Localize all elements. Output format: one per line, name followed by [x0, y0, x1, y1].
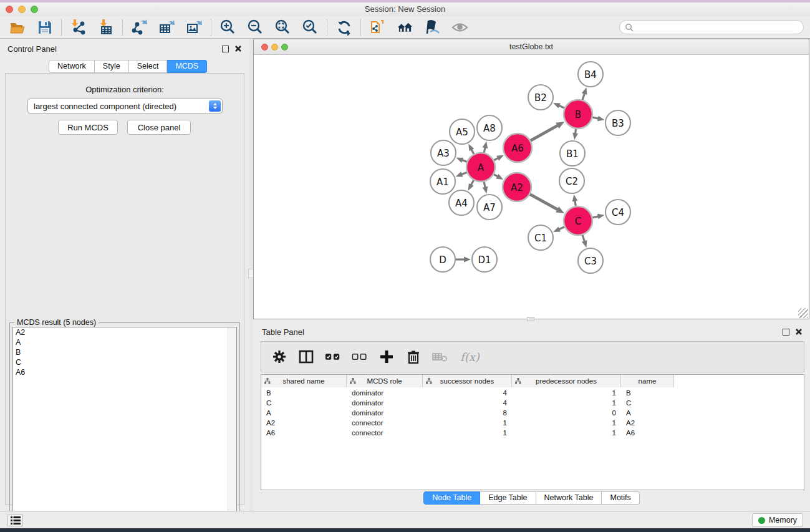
close-table-panel-icon[interactable] — [795, 328, 803, 336]
show-columns-icon[interactable] — [298, 349, 314, 365]
edge-A2-C[interactable] — [528, 193, 558, 210]
unselect-all-columns-icon[interactable] — [352, 349, 368, 365]
table-cell[interactable]: A — [261, 408, 347, 418]
table-cell[interactable]: A6 — [621, 428, 674, 438]
table-row[interactable]: Cdominator41C — [261, 398, 804, 408]
add-column-icon[interactable] — [378, 349, 395, 365]
zoom-in-icon[interactable] — [219, 19, 236, 36]
refresh-layout-icon[interactable] — [335, 19, 352, 36]
table-cell[interactable]: 4 — [423, 398, 512, 408]
minimize-network-button[interactable] — [271, 44, 278, 51]
table-panel: Table Panel f(x) shared nameMCDS r — [253, 322, 810, 511]
table-cell[interactable]: C — [621, 398, 674, 408]
save-session-icon[interactable] — [36, 19, 53, 36]
memory-button[interactable]: Memory — [752, 513, 803, 527]
edge-A6-B[interactable] — [529, 125, 558, 142]
close-panel-button[interactable]: Close panel — [127, 120, 191, 135]
import-table-icon[interactable] — [97, 19, 114, 36]
result-list-item[interactable]: A6 — [13, 367, 236, 377]
memory-label: Memory — [769, 516, 797, 525]
zoom-fit-icon[interactable] — [274, 19, 291, 36]
table-cell[interactable]: 1 — [512, 418, 621, 428]
result-list-item[interactable]: A2 — [13, 327, 236, 337]
search-input[interactable] — [619, 20, 804, 34]
table-cell[interactable]: 1 — [423, 418, 512, 428]
table-cell[interactable]: dominator — [347, 398, 423, 408]
result-list-item[interactable]: B — [13, 347, 236, 357]
arrowhead-icon — [597, 214, 605, 220]
float-table-panel-icon[interactable] — [783, 329, 789, 336]
tab-mcds[interactable]: MCDS — [167, 60, 207, 73]
table-cell[interactable]: dominator — [347, 408, 423, 418]
close-panel-icon[interactable] — [234, 45, 242, 52]
run-mcds-button[interactable]: Run MCDS — [58, 120, 118, 135]
import-network-icon[interactable] — [70, 19, 87, 36]
tab-network-table[interactable]: Network Table — [536, 491, 602, 505]
result-list-item[interactable]: A — [13, 337, 236, 347]
column-header-name[interactable]: name — [621, 375, 674, 387]
open-file-icon[interactable] — [9, 19, 26, 36]
task-history-button[interactable] — [7, 515, 23, 526]
network-graph-canvas[interactable]: B4B2BB3A5A8A6B1A3AC2A1A2A4A7CC4C1C3DD1 — [254, 55, 809, 319]
table-row[interactable]: Adominator80A — [261, 408, 804, 418]
criterion-dropdown[interactable]: largest connected component (directed) — [27, 99, 223, 114]
table-cell[interactable]: 1 — [512, 428, 621, 438]
column-header-predecessor-nodes[interactable]: predecessor nodes — [512, 375, 621, 387]
table-cell[interactable]: 1 — [512, 388, 621, 398]
table-cell[interactable]: connector — [347, 428, 423, 438]
window-resize-grip[interactable] — [798, 308, 808, 318]
table-cell[interactable]: A2 — [621, 418, 674, 428]
table-row[interactable]: A6connector11A6 — [261, 428, 804, 438]
table-cell[interactable]: 1 — [512, 398, 621, 408]
search-icon — [625, 23, 634, 32]
table-cell[interactable]: dominator — [347, 388, 423, 398]
result-list-item[interactable]: C — [13, 357, 236, 367]
select-all-columns-icon[interactable] — [325, 349, 341, 365]
table-cell[interactable]: connector — [347, 418, 423, 428]
arrowhead-icon — [582, 87, 587, 95]
tab-node-table[interactable]: Node Table — [423, 491, 480, 505]
table-row[interactable]: A2connector11A2 — [261, 418, 804, 428]
column-header-MCDS-role[interactable]: MCDS role — [347, 375, 423, 387]
column-header-shared-name[interactable]: shared name — [261, 375, 347, 387]
mcds-result-list[interactable]: A2ABCA6 — [12, 327, 237, 531]
style-flag-icon[interactable] — [424, 19, 441, 36]
table-cell[interactable]: A6 — [261, 428, 347, 438]
table-cell[interactable]: 8 — [423, 408, 512, 418]
network-overview-icon[interactable] — [397, 19, 413, 36]
table-cell[interactable]: 1 — [423, 428, 512, 438]
table-settings-gear-icon[interactable] — [271, 349, 287, 365]
session-title: Session: New Session — [0, 2, 810, 16]
minimize-window-button[interactable] — [18, 6, 26, 13]
result-list-scrollbar[interactable] — [228, 327, 236, 531]
close-network-button[interactable] — [261, 44, 268, 51]
table-row[interactable]: Bdominator41B — [261, 388, 804, 398]
tab-motifs[interactable]: Motifs — [602, 491, 639, 505]
zoom-window-button[interactable] — [31, 6, 38, 13]
zoom-selected-icon[interactable] — [302, 19, 319, 36]
network-split-handle[interactable] — [527, 317, 534, 321]
tab-select[interactable]: Select — [129, 60, 168, 73]
status-bar: Memory — [0, 511, 810, 528]
export-network-icon[interactable] — [131, 19, 148, 36]
zoom-network-button[interactable] — [281, 44, 288, 51]
table-cell[interactable]: B — [621, 388, 674, 398]
column-header-successor-nodes[interactable]: successor nodes — [423, 375, 512, 387]
export-table-icon[interactable] — [158, 19, 175, 36]
table-cell[interactable]: 0 — [512, 408, 621, 418]
delete-column-icon[interactable] — [405, 349, 422, 365]
table-cell[interactable]: C — [261, 398, 347, 408]
table-cell[interactable]: 4 — [423, 388, 512, 398]
table-cell[interactable]: A2 — [261, 418, 347, 428]
tab-edge-table[interactable]: Edge Table — [480, 491, 536, 505]
zoom-out-icon[interactable] — [247, 19, 264, 36]
duplicate-network-icon[interactable] — [369, 19, 386, 36]
export-image-icon[interactable] — [186, 19, 203, 36]
table-cell[interactable]: A — [621, 408, 674, 418]
close-window-button[interactable] — [6, 6, 13, 13]
table-cell[interactable]: B — [261, 388, 347, 398]
tab-style[interactable]: Style — [95, 60, 129, 73]
float-panel-icon[interactable] — [222, 46, 229, 52]
tab-network[interactable]: Network — [49, 60, 95, 73]
network-window-title: testGlobe.txt — [254, 39, 809, 55]
